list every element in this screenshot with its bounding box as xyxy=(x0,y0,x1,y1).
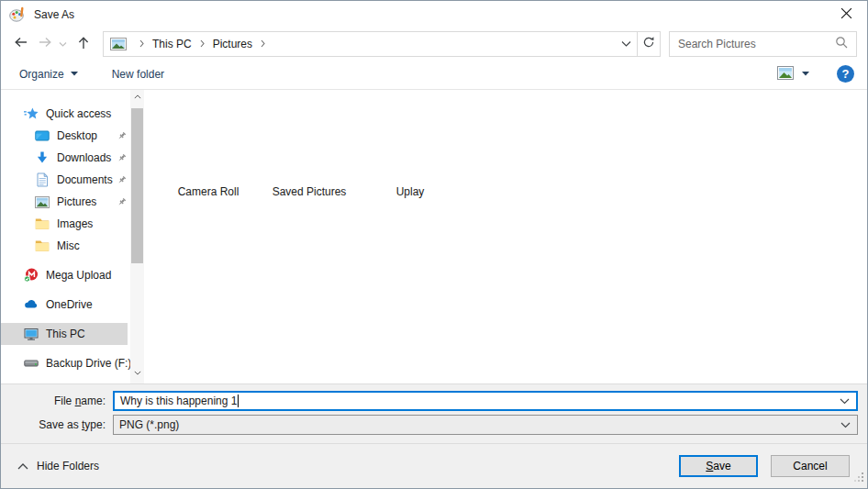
help-icon: ? xyxy=(842,67,850,81)
new-folder-label: New folder xyxy=(112,68,164,81)
new-folder-button[interactable]: New folder xyxy=(112,68,164,81)
mega-icon xyxy=(24,268,39,283)
breadcrumb: This PC Pictures xyxy=(104,32,615,56)
folder-label: Uplay xyxy=(396,185,425,198)
file-name-input[interactable]: Why is this happening 1 xyxy=(113,391,858,411)
change-view-button[interactable] xyxy=(777,66,809,83)
views-dropdown-icon xyxy=(802,72,809,76)
pin-icon xyxy=(117,197,127,207)
folder-item-saved-pictures[interactable]: Saved Pictures xyxy=(259,185,360,198)
footer-buttons: Save Cancel xyxy=(679,455,850,477)
search-box[interactable] xyxy=(669,31,857,57)
fields-area: File name: Why is this happening 1 Save … xyxy=(1,383,867,443)
refresh-icon xyxy=(642,36,655,51)
organize-button[interactable]: Organize xyxy=(19,68,78,81)
save-as-dialog: Save As xyxy=(0,0,868,489)
downloads-icon xyxy=(35,150,50,165)
pin-icon xyxy=(117,175,127,185)
footer-bar: Hide Folders Save Cancel xyxy=(1,443,867,488)
address-bar[interactable]: This PC Pictures xyxy=(103,31,661,57)
pictures-icon xyxy=(35,194,50,209)
sidebar-item-pictures[interactable]: Pictures xyxy=(1,191,145,213)
sidebar-item-label: Quick access xyxy=(46,107,111,120)
file-list: Camera Roll Saved Pictures Uplay xyxy=(145,90,867,383)
sidebar-item-label: Pictures xyxy=(57,195,96,208)
forward-button[interactable] xyxy=(34,32,56,56)
sidebar-item-backup-drive[interactable]: Backup Drive (F:) xyxy=(1,352,145,374)
save-button[interactable]: Save xyxy=(679,455,758,477)
dialog-body: Quick access Desktop Downloads xyxy=(1,90,867,383)
folder-item-uplay[interactable]: Uplay xyxy=(360,185,461,198)
close-button[interactable] xyxy=(826,1,867,28)
hide-folders-button[interactable]: Hide Folders xyxy=(17,460,99,472)
organize-label: Organize xyxy=(19,68,64,81)
history-chevron-down-icon xyxy=(59,38,67,50)
up-arrow-icon xyxy=(76,35,91,53)
sidebar-item-quick-access[interactable]: Quick access xyxy=(1,103,145,125)
sidebar-item-label: Mega Upload xyxy=(46,269,111,282)
folder-item-camera-roll[interactable]: Camera Roll xyxy=(158,185,259,198)
save-as-type-dropdown-icon[interactable] xyxy=(833,422,857,428)
sidebar-item-desktop[interactable]: Desktop xyxy=(1,125,145,147)
save-as-type-label: Save as type: xyxy=(1,418,113,431)
sidebar-item-label: Backup Drive (F:) xyxy=(46,357,131,370)
back-button[interactable] xyxy=(6,32,34,56)
sidebar-item-onedrive[interactable]: OneDrive xyxy=(1,294,145,316)
scrollbar-up-icon[interactable] xyxy=(130,90,144,104)
up-button[interactable] xyxy=(70,32,97,56)
desktop-icon xyxy=(35,128,50,143)
toolbar-right: ? xyxy=(777,65,854,83)
window-title: Save As xyxy=(34,8,74,21)
folder-icon xyxy=(35,217,50,231)
breadcrumb-chevron-icon[interactable] xyxy=(254,39,272,48)
this-pc-icon xyxy=(24,327,39,341)
folder-icon xyxy=(35,239,50,253)
search-input[interactable] xyxy=(678,38,835,50)
recent-locations-button[interactable] xyxy=(56,32,70,56)
back-arrow-icon xyxy=(13,35,28,52)
search-icon xyxy=(835,36,848,51)
text-cursor xyxy=(238,395,239,407)
breadcrumb-chevron-icon[interactable] xyxy=(133,39,150,48)
file-name-label: File name: xyxy=(1,395,113,407)
navigation-bar: This PC Pictures xyxy=(1,28,867,59)
folder-label: Saved Pictures xyxy=(273,185,347,198)
scrollbar-down-icon[interactable] xyxy=(130,366,144,380)
folder-label: Camera Roll xyxy=(178,185,239,198)
file-name-value: Why is this happening 1 xyxy=(120,395,237,407)
sidebar-item-misc[interactable]: Misc xyxy=(1,235,145,257)
chevron-down-icon xyxy=(621,38,631,50)
title-bar: Save As xyxy=(1,1,867,28)
help-button[interactable]: ? xyxy=(837,65,854,83)
forward-arrow-icon xyxy=(38,35,53,52)
onedrive-icon xyxy=(24,297,39,312)
breadcrumb-item-this-pc[interactable]: This PC xyxy=(150,38,194,50)
sidebar-item-label: Images xyxy=(57,217,93,230)
sidebar-item-mega-upload[interactable]: Mega Upload xyxy=(1,264,145,286)
sidebar-scrollbar[interactable] xyxy=(130,90,144,383)
address-dropdown-button[interactable] xyxy=(615,32,637,56)
file-name-dropdown-icon[interactable] xyxy=(832,398,856,405)
paint-app-icon xyxy=(9,6,26,23)
chevron-up-icon xyxy=(17,463,28,470)
save-as-type-select[interactable]: PNG (*.png) xyxy=(113,415,858,435)
file-name-row: File name: Why is this happening 1 xyxy=(1,391,858,411)
hide-folders-label: Hide Folders xyxy=(37,460,99,472)
refresh-button[interactable] xyxy=(637,32,660,56)
sidebar-item-label: Documents xyxy=(57,173,113,186)
hard-drive-icon xyxy=(24,356,39,371)
sidebar-item-downloads[interactable]: Downloads xyxy=(1,147,145,169)
cancel-button[interactable]: Cancel xyxy=(771,455,850,477)
save-as-type-value: PNG (*.png) xyxy=(119,418,179,431)
resize-grip[interactable] xyxy=(852,471,864,485)
sidebar-item-documents[interactable]: Documents xyxy=(1,169,145,191)
sidebar-item-this-pc[interactable]: This PC xyxy=(1,323,128,345)
save-as-type-row: Save as type: PNG (*.png) xyxy=(1,415,858,435)
documents-icon xyxy=(35,172,50,187)
sidebar-item-images[interactable]: Images xyxy=(1,213,145,235)
scrollbar-thumb[interactable] xyxy=(131,108,143,263)
sidebar-item-label: OneDrive xyxy=(46,298,93,311)
breadcrumb-item-pictures[interactable]: Pictures xyxy=(211,38,254,50)
location-thumbnail-icon xyxy=(110,38,127,50)
breadcrumb-chevron-icon[interactable] xyxy=(194,39,211,48)
